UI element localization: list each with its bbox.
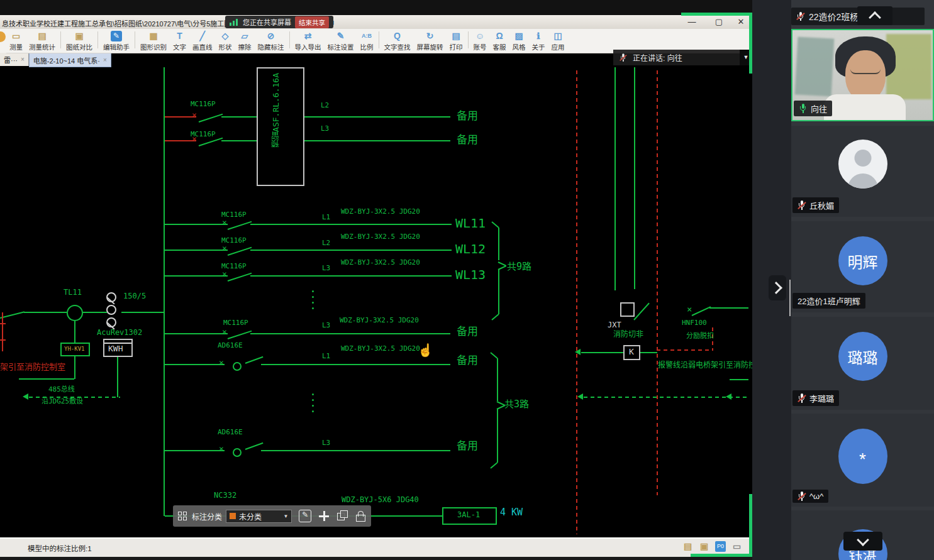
toolbar-item-label: 账号 xyxy=(474,42,487,52)
toolbar-print[interactable]: ▤打印 xyxy=(447,29,466,52)
avatar-initials: 明辉 xyxy=(838,236,887,285)
tab-inactive[interactable]: 雷···× xyxy=(0,53,29,66)
customer-service-icon: Ω xyxy=(496,31,503,41)
participant-tile[interactable]: 璐璐李璐璐 xyxy=(791,317,934,410)
tab-active[interactable]: 电施-2-10~14 电气系·× xyxy=(29,53,111,67)
collapse-panel-button[interactable] xyxy=(857,6,892,25)
toolbar-customer-service[interactable]: Ω客服 xyxy=(490,29,509,52)
toolbar-item-label: 擦除 xyxy=(238,42,252,52)
scale-icon: A:B xyxy=(362,31,372,41)
speaking-indicator-bar: 正在讲话: 向往 xyxy=(613,50,740,65)
shape-recognition-icon: ▦ xyxy=(149,31,157,41)
participant-tile[interactable]: 丘秋媚 xyxy=(791,126,934,217)
maximize-button[interactable]: ▢ xyxy=(713,17,725,26)
person-shirt xyxy=(824,94,906,121)
toolbar-item-label: 风格 xyxy=(513,42,526,52)
title-file-path: 息技术职业学校迁建工程施工总承包\招标图纸\20210727\电气\分号5施工图… xyxy=(2,18,250,28)
annotation-grid-icon[interactable] xyxy=(178,512,187,520)
drawing-compare-icon: ▣ xyxy=(75,31,83,41)
participant-name-label: ^ω^ xyxy=(792,490,828,503)
copy-annotation-button[interactable] xyxy=(336,510,348,522)
toolbar-scale[interactable]: A:B比例 xyxy=(357,29,377,52)
mic-muted-icon xyxy=(798,491,806,501)
mic-on-icon xyxy=(799,104,807,113)
toolbar-item-label: 画直线 xyxy=(192,42,213,52)
annotation-category-label: 标注分类 xyxy=(192,511,222,522)
close-button[interactable]: ✕ xyxy=(735,17,747,26)
toolbar-text[interactable]: T文字 xyxy=(170,29,189,52)
annotation-toolbar: 标注分类 未分类 ▼ ✎ xyxy=(173,505,371,527)
toolbar-measure-statistics[interactable]: ▤测量统计 xyxy=(26,29,58,52)
toolbar-eraser[interactable]: ▱擦除 xyxy=(235,29,255,52)
toolbar-shape-recognition[interactable]: ▦图形识别 xyxy=(137,29,170,52)
speaking-text: 正在讲话: 向往 xyxy=(633,52,682,63)
account-icon: ☺ xyxy=(475,31,484,41)
titlebar: 息技术职业学校迁建工程施工总承包\招标图纸\20210727\电气\分号5施工图… xyxy=(0,15,752,29)
participant-tile[interactable]: 明辉22造价1班卢明辉 xyxy=(791,221,934,312)
print-icon: ▤ xyxy=(452,31,460,41)
toolbar-drawing-compare[interactable]: ▣图纸对比 xyxy=(63,29,96,52)
toolbar-item-label: 比例 xyxy=(360,42,374,52)
toolbar-draw-line[interactable]: ╱画直线 xyxy=(189,29,216,52)
toolbar-annotation-settings[interactable]: ✎标注设置 xyxy=(325,29,357,52)
tab-label: 雷··· xyxy=(4,55,18,65)
toolbar-account[interactable]: ☺账号 xyxy=(470,29,490,52)
edit-annotation-button[interactable]: ✎ xyxy=(299,510,311,522)
participant-name: 李璐璐 xyxy=(809,392,834,404)
cad-canvas[interactable] xyxy=(0,53,752,537)
panel-scrollbar[interactable] xyxy=(789,280,791,316)
toolbar-screen-rotate[interactable]: ↻屏幕旋转 xyxy=(414,29,447,52)
text-icon: T xyxy=(177,31,182,41)
edit-assistant-icon: ✎ xyxy=(111,31,122,41)
style-icon: ▨ xyxy=(514,31,523,41)
avatar-initials: * xyxy=(838,429,887,484)
tab-close-icon[interactable]: × xyxy=(21,56,25,63)
chevron-down-icon: ▼ xyxy=(284,513,289,519)
bottom-strip xyxy=(0,557,752,560)
toolbar-item-label: 图纸对比 xyxy=(66,42,92,52)
statusbar-icons: ▤▣P0▭ xyxy=(682,541,742,552)
toolbar-item-label: 形状 xyxy=(219,42,232,52)
minimize-button[interactable]: — xyxy=(686,17,698,26)
lock-annotation-button[interactable] xyxy=(355,510,366,522)
about-icon: ℹ xyxy=(536,31,540,41)
toolbar-item-label: 关于 xyxy=(532,42,545,52)
annotation-list-icon[interactable]: ▤ xyxy=(682,541,693,552)
toolbar-apps[interactable]: ◫应用 xyxy=(548,29,568,52)
toolbar-hide-annotations[interactable]: ⊘隐藏标注 xyxy=(255,29,287,52)
participant-tile[interactable]: *^ω^ xyxy=(791,414,934,507)
statusbar-text: 模型中的标注比例:1 xyxy=(28,543,92,553)
avatar-initials: 璐璐 xyxy=(838,332,887,381)
toolbar-separator xyxy=(97,31,98,48)
participant-tile[interactable]: 向往 xyxy=(791,29,934,121)
toolbar-separator xyxy=(468,31,469,48)
annotation-category-dropdown[interactable]: 未分类 ▼ xyxy=(226,510,292,523)
hide-annotations-icon: ⊘ xyxy=(267,31,275,41)
toolbar-edit-assistant[interactable]: ✎编辑助手 xyxy=(100,29,133,52)
toolbar-import-export[interactable]: ⇄导入导出 xyxy=(292,29,325,52)
toolbar-item-label: 编辑助手 xyxy=(103,42,130,52)
avatar-placeholder xyxy=(838,140,887,189)
layout-icon[interactable]: ▣ xyxy=(699,541,709,552)
tab-close-icon[interactable]: × xyxy=(103,57,107,63)
toolbar-item-label: 文字查找 xyxy=(384,42,411,52)
measure-icon: ▭ xyxy=(12,31,20,41)
model-window-icon[interactable]: ▭ xyxy=(731,541,742,552)
toolbar-style[interactable]: ▨风格 xyxy=(509,29,529,52)
toolbar-text-search[interactable]: Q文字查找 xyxy=(381,29,414,52)
stop-share-button[interactable]: 结束共享 xyxy=(295,16,329,28)
toolbar-about[interactable]: ℹ关于 xyxy=(529,29,548,52)
draw-line-icon: ╱ xyxy=(200,31,205,41)
move-annotation-button[interactable] xyxy=(318,510,330,522)
scroll-down-button[interactable] xyxy=(843,532,882,551)
toolbar-measure[interactable]: ▭测量 xyxy=(6,29,26,52)
paper-space-icon[interactable]: P0 xyxy=(715,541,726,552)
expand-panel-handle[interactable] xyxy=(769,275,786,300)
toolbar-item-label: 标注设置 xyxy=(328,42,354,52)
toolbar-shapes[interactable]: ◇形状 xyxy=(216,29,235,52)
participant-tile[interactable]: 钰湛 xyxy=(791,510,934,560)
share-highlight-border xyxy=(681,13,752,16)
chevron-down-icon xyxy=(857,534,869,546)
cad-window: MC116PMC116PMC116PMC116PMC116PMC116PAD61… xyxy=(0,0,752,560)
statusbar: 模型中的标注比例:1 ▤▣P0▭ xyxy=(0,537,752,557)
